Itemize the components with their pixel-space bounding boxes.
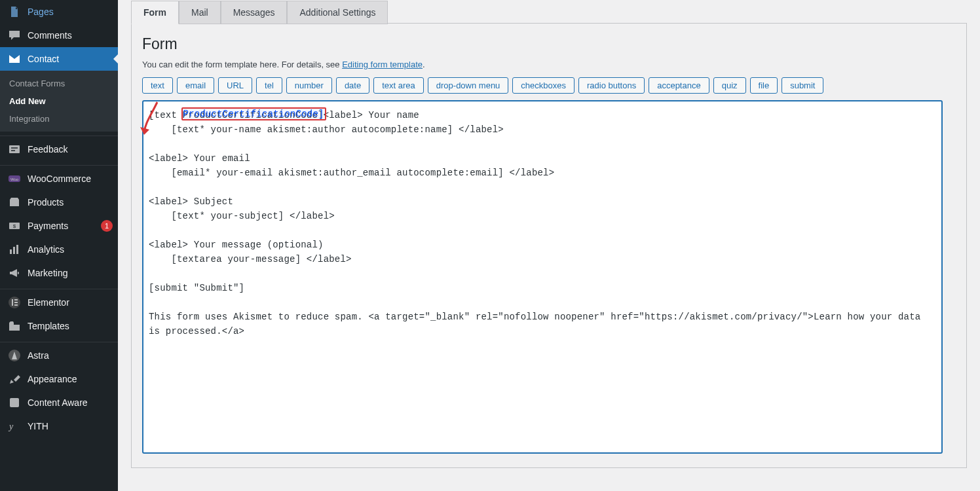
sidebar-item-content-aware[interactable]: Content Aware	[0, 391, 118, 414]
analytics-icon	[8, 243, 21, 256]
elementor-icon	[8, 296, 21, 309]
sidebar-item-label: Content Aware	[28, 397, 113, 408]
sidebar-item-payments[interactable]: $ Payments 1	[0, 214, 118, 238]
sidebar-item-yith[interactable]: y YITH	[0, 414, 118, 438]
contact-icon	[8, 52, 21, 65]
tag-generator-buttons: text email URL tel number date text area…	[142, 77, 956, 94]
tag-btn-url[interactable]: URL	[218, 77, 252, 94]
marketing-icon	[8, 266, 21, 280]
sidebar-item-templates[interactable]: Templates	[0, 314, 118, 338]
sidebar-item-label: WooCommerce	[28, 173, 113, 184]
svg-text:$: $	[13, 223, 16, 229]
panel-tabs: Form Mail Messages Additional Settings	[131, 0, 967, 24]
feedback-icon	[8, 143, 21, 156]
main-content: Form Mail Messages Additional Settings F…	[118, 0, 980, 491]
tag-btn-number[interactable]: number	[286, 77, 332, 94]
sidebar-item-label: Payments	[28, 221, 97, 231]
tag-btn-radio[interactable]: radio buttons	[578, 77, 645, 94]
desc-suffix: .	[423, 60, 425, 69]
menu-separator	[0, 133, 118, 136]
submenu-contact-forms[interactable]: Contact Forms	[0, 75, 118, 92]
sidebar-item-label: Comments	[28, 30, 113, 41]
tag-btn-submit[interactable]: submit	[782, 77, 823, 94]
update-badge: 1	[101, 220, 113, 232]
svg-rect-12	[14, 302, 18, 303]
form-panel: Form You can edit the form template here…	[131, 23, 967, 468]
sidebar-item-products[interactable]: Products	[0, 191, 118, 214]
sidebar-item-label: Products	[28, 197, 113, 208]
sidebar-item-label: Feedback	[28, 144, 113, 155]
desc-text: You can edit the form template here. For…	[142, 60, 342, 69]
tag-btn-email[interactable]: email	[177, 77, 214, 94]
sidebar-submenu: Contact Forms Add New Integration	[0, 71, 118, 132]
products-icon	[8, 196, 21, 209]
pages-icon	[8, 5, 21, 18]
tag-btn-textarea[interactable]: text area	[373, 77, 424, 94]
comments-icon	[8, 29, 21, 42]
svg-rect-11	[14, 299, 18, 300]
tag-btn-date[interactable]: date	[336, 77, 369, 94]
form-textarea-wrap: [text ProductCertificationCode]	[142, 100, 956, 456]
form-template-textarea[interactable]	[142, 100, 943, 454]
sidebar-item-label: YITH	[28, 421, 113, 431]
svg-rect-8	[16, 245, 18, 254]
sidebar-item-astra[interactable]: Astra	[0, 344, 118, 367]
sidebar-item-label: Pages	[28, 7, 113, 17]
content-aware-icon	[8, 396, 21, 409]
sidebar-item-label: Appearance	[28, 374, 113, 384]
svg-rect-13	[14, 304, 18, 306]
woo-icon: Woo	[8, 172, 21, 185]
tab-additional-settings[interactable]: Additional Settings	[287, 1, 388, 24]
svg-rect-15	[10, 398, 19, 407]
templates-icon	[8, 319, 21, 333]
astra-icon	[8, 349, 21, 362]
sidebar-item-contact[interactable]: Contact	[0, 47, 118, 71]
sidebar-item-label: Elementor	[28, 297, 113, 308]
menu-separator	[0, 162, 118, 166]
sidebar-item-comments[interactable]: Comments	[0, 24, 118, 47]
sidebar-item-label: Astra	[28, 350, 113, 361]
tab-messages[interactable]: Messages	[221, 1, 288, 24]
sidebar-item-marketing[interactable]: Marketing	[0, 261, 118, 285]
sidebar-item-label: Templates	[28, 321, 113, 331]
sidebar-item-elementor[interactable]: Elementor	[0, 291, 118, 314]
admin-sidebar: Pages Comments Contact Contact Forms Add…	[0, 0, 118, 491]
panel-title: Form	[142, 35, 956, 53]
sidebar-item-label: Analytics	[28, 244, 113, 255]
tag-btn-acceptance[interactable]: acceptance	[649, 77, 709, 94]
panel-description: You can edit the form template here. For…	[142, 60, 956, 69]
svg-text:y: y	[8, 422, 14, 431]
menu-separator	[0, 286, 118, 289]
svg-rect-0	[9, 145, 20, 153]
tag-btn-tel[interactable]: tel	[256, 77, 282, 94]
tag-btn-quiz[interactable]: quiz	[713, 77, 746, 94]
tab-form[interactable]: Form	[131, 1, 179, 24]
tab-mail[interactable]: Mail	[179, 1, 221, 24]
sidebar-item-pages[interactable]: Pages	[0, 0, 118, 24]
sidebar-item-analytics[interactable]: Analytics	[0, 238, 118, 261]
svg-rect-7	[13, 247, 15, 254]
submenu-add-new[interactable]: Add New	[0, 92, 118, 110]
payments-icon: $	[8, 219, 21, 232]
tag-btn-file[interactable]: file	[750, 77, 778, 94]
appearance-icon	[8, 373, 21, 386]
sidebar-item-woocommerce[interactable]: Woo WooCommerce	[0, 167, 118, 191]
tag-btn-checkboxes[interactable]: checkboxes	[512, 77, 575, 94]
yith-icon: y	[8, 420, 21, 433]
sidebar-item-appearance[interactable]: Appearance	[0, 367, 118, 391]
sidebar-item-label: Contact	[28, 54, 113, 64]
svg-rect-6	[10, 249, 12, 254]
svg-rect-10	[12, 299, 13, 306]
editing-template-link[interactable]: Editing form template	[342, 60, 423, 69]
sidebar-item-label: Marketing	[28, 268, 113, 278]
menu-separator	[0, 339, 118, 342]
svg-text:Woo: Woo	[10, 177, 19, 181]
tag-btn-text[interactable]: text	[142, 77, 173, 94]
tag-btn-dropdown[interactable]: drop-down menu	[428, 77, 509, 94]
submenu-integration[interactable]: Integration	[0, 110, 118, 128]
sidebar-item-feedback[interactable]: Feedback	[0, 137, 118, 161]
svg-rect-3	[10, 200, 19, 206]
